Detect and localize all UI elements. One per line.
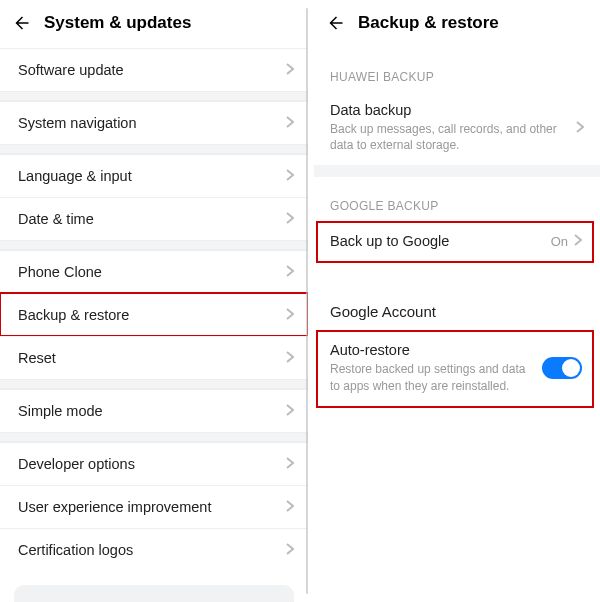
chevron-right-icon [286,115,294,131]
section-gap [0,240,308,250]
data-backup-desc: Back up messages, call records, and othe… [330,121,568,153]
auto-restore-desc: Restore backed up settings and data to a… [330,361,534,393]
item-label: User experience improvement [18,499,286,515]
item-date-time[interactable]: Date & time [0,197,308,240]
chevron-right-icon [286,211,294,227]
auto-restore-title: Auto-restore [330,342,534,358]
item-certification-logos[interactable]: Certification logos [0,528,308,571]
system-updates-panel: System & updates Software update System … [0,0,308,602]
item-language-input[interactable]: Language & input [0,154,308,197]
right-header: Backup & restore [314,0,600,48]
section-huawei-backup: HUAWEI BACKUP [314,48,600,92]
item-system-navigation[interactable]: System navigation [0,101,308,144]
back-icon[interactable] [10,12,32,34]
section-gap [0,379,308,389]
item-phone-clone[interactable]: Phone Clone [0,250,308,293]
item-label: Certification logos [18,542,286,558]
chevron-right-icon [286,403,294,419]
back-icon[interactable] [324,12,346,34]
chevron-right-icon [286,350,294,366]
item-label: Phone Clone [18,264,286,280]
right-title: Backup & restore [358,13,499,33]
item-label: Language & input [18,168,286,184]
chevron-right-icon [286,307,294,323]
auto-restore-toggle[interactable] [542,357,582,379]
backup-google-value: On [551,234,568,249]
item-data-backup[interactable]: Data backup Back up messages, call recor… [314,92,600,165]
section-google-account: Google Account [314,263,600,330]
backup-google-title: Back up to Google [330,233,543,249]
item-developer-options[interactable]: Developer options [0,442,308,485]
item-user-experience[interactable]: User experience improvement [0,485,308,528]
chevron-right-icon [286,542,294,558]
section-gap [0,432,308,442]
item-label: Software update [18,62,286,78]
chevron-right-icon [574,233,582,249]
backup-restore-panel: Backup & restore HUAWEI BACKUP Data back… [308,0,600,602]
section-gap [314,165,600,177]
item-simple-mode[interactable]: Simple mode [0,389,308,432]
section-google-backup: GOOGLE BACKUP [314,177,600,221]
item-label: Date & time [18,211,286,227]
section-gap [0,144,308,154]
chevron-right-icon [286,499,294,515]
chevron-right-icon [576,120,584,136]
item-software-update[interactable]: Software update [0,48,308,91]
item-label: System navigation [18,115,286,131]
item-reset[interactable]: Reset [0,336,308,379]
item-backup-restore[interactable]: Backup & restore [0,293,308,336]
chevron-right-icon [286,264,294,280]
section-gap [0,91,308,101]
chevron-right-icon [286,62,294,78]
item-auto-restore[interactable]: Auto-restore Restore backed up settings … [316,330,594,407]
item-label: Backup & restore [18,307,286,323]
left-header: System & updates [0,0,308,48]
item-label: Developer options [18,456,286,472]
item-backup-to-google[interactable]: Back up to Google On [316,221,594,263]
chevron-right-icon [286,456,294,472]
item-label: Simple mode [18,403,286,419]
item-label: Reset [18,350,286,366]
footer-card: Looking for other settings? Accessibilit… [14,585,294,602]
left-title: System & updates [44,13,191,33]
data-backup-title: Data backup [330,102,568,118]
chevron-right-icon [286,168,294,184]
